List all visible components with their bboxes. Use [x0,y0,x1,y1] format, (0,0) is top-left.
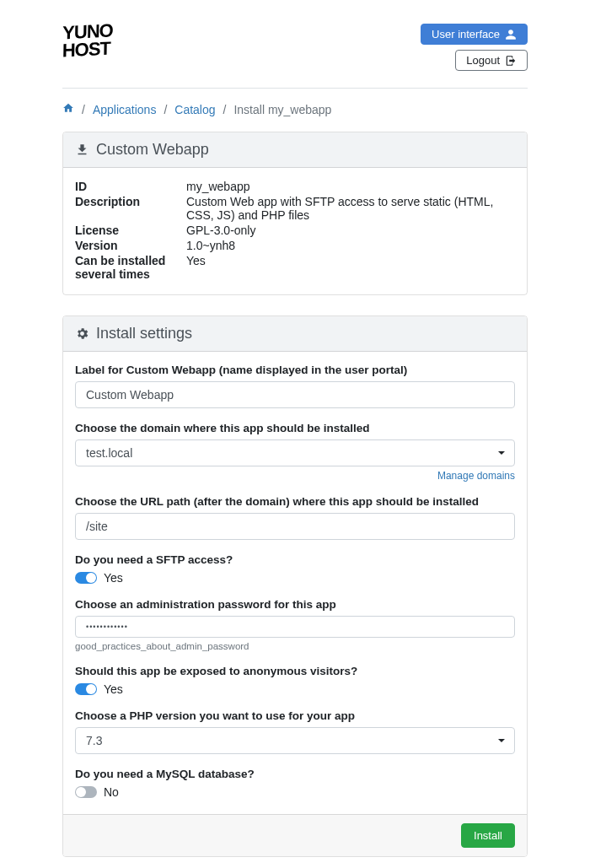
sftp-toggle[interactable] [75,572,97,584]
form-group-anonymous: Should this app be exposed to anonymous … [75,665,515,696]
form-group-label: Label for Custom Webapp (name displayed … [75,364,515,408]
info-row-id: ID my_webapp [75,180,515,193]
info-label: Description [75,195,186,222]
breadcrumb-catalog[interactable]: Catalog [174,103,215,116]
breadcrumb-current: Install my_webapp [233,103,331,116]
info-row-multi: Can be installed several times Yes [75,254,515,281]
sftp-toggle-label: Yes [104,571,123,585]
breadcrumb-home[interactable] [62,102,74,116]
logout-button[interactable]: Logout [455,50,528,71]
logo: YUNOHOST [62,22,113,60]
info-value: my_webapp [186,180,515,193]
path-input[interactable] [75,513,515,540]
app-title: Custom Webapp [96,141,209,159]
info-label: License [75,224,186,237]
breadcrumb: / Applications / Catalog / Install my_we… [62,102,528,116]
info-value: Yes [186,254,515,281]
label-input[interactable] [75,381,515,408]
breadcrumb-applications[interactable]: Applications [93,103,157,116]
anonymous-toggle-label: Yes [104,682,123,696]
domain-select[interactable]: test.local [75,439,515,466]
info-label: Version [75,239,186,252]
install-footer: Install [63,814,527,856]
info-label: ID [75,180,186,193]
info-value: GPL-3.0-only [186,224,515,237]
form-group-mysql: Do you need a MySQL database? No [75,768,515,799]
mysql-toggle-label: No [104,785,119,799]
logout-label: Logout [466,54,500,67]
home-icon [62,102,74,114]
header-buttons: User interface Logout [421,24,528,71]
form-group-password: Choose an administration password for th… [75,598,515,651]
breadcrumb-sep: / [164,103,167,116]
anonymous-toggle[interactable] [75,683,97,695]
info-value: Custom Web app with SFTP access to serve… [186,195,515,222]
info-row-version: Version 1.0~ynh8 [75,239,515,252]
download-icon [75,143,89,157]
sftp-field-label: Do you need a SFTP access? [75,553,515,566]
password-input[interactable] [75,616,515,638]
breadcrumb-sep: / [82,103,85,116]
install-settings-body: Label for Custom Webapp (name displayed … [63,352,527,814]
info-value: 1.0~ynh8 [186,239,515,252]
path-field-label: Choose the URL path (after the domain) w… [75,495,515,508]
gear-icon [75,326,89,341]
info-row-license: License GPL-3.0-only [75,224,515,237]
form-group-path: Choose the URL path (after the domain) w… [75,495,515,540]
logout-icon [505,55,517,67]
info-row-description: Description Custom Web app with SFTP acc… [75,195,515,222]
manage-domains-link[interactable]: Manage domains [75,470,515,482]
info-label: Can be installed several times [75,254,186,281]
app-info-card: Custom Webapp ID my_webapp Description C… [62,132,528,295]
user-interface-label: User interface [432,28,500,40]
mysql-toggle[interactable] [75,786,97,798]
domain-field-label: Choose the domain where this app should … [75,422,515,434]
form-group-php: Choose a PHP version you want to use for… [75,709,515,754]
install-settings-header: Install settings [63,316,527,352]
php-field-label: Choose a PHP version you want to use for… [75,709,515,722]
breadcrumb-sep: / [223,103,227,116]
install-settings-card: Install settings Label for Custom Webapp… [62,315,528,857]
mysql-field-label: Do you need a MySQL database? [75,768,515,780]
app-info-header: Custom Webapp [63,132,527,168]
form-group-domain: Choose the domain where this app should … [75,422,515,482]
label-field-label: Label for Custom Webapp (name displayed … [75,364,515,376]
password-field-label: Choose an administration password for th… [75,598,515,611]
form-group-sftp: Do you need a SFTP access? Yes [75,553,515,585]
install-button[interactable]: Install [461,823,515,848]
user-interface-button[interactable]: User interface [421,24,528,45]
settings-title: Install settings [96,325,192,342]
anonymous-field-label: Should this app be exposed to anonymous … [75,665,515,677]
user-icon [505,29,517,40]
install-button-label: Install [474,829,502,842]
header: YUNOHOST User interface Logout [62,24,528,89]
password-help: good_practices_about_admin_password [75,641,515,651]
php-select[interactable]: 7.3 [75,727,515,754]
app-info-body: ID my_webapp Description Custom Web app … [63,168,527,294]
